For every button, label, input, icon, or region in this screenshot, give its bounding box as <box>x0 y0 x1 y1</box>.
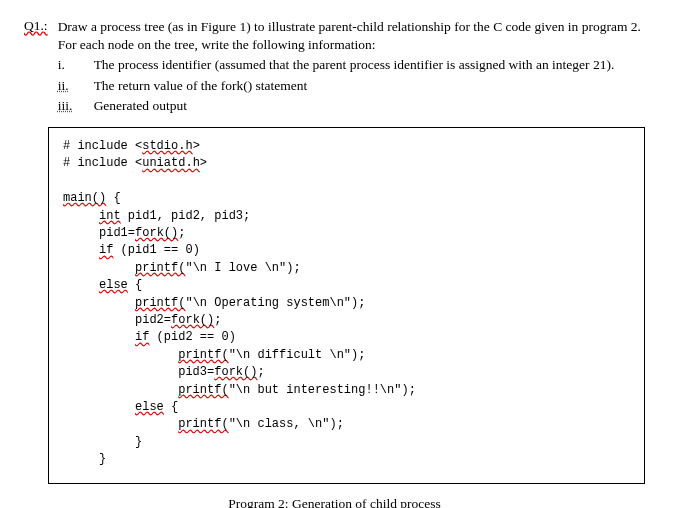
list-item: iii. Generated output <box>58 97 645 115</box>
code-block: # include <stdio.h> # include <uniatd.h>… <box>48 127 645 483</box>
code-line: pid3=fork(); <box>63 365 265 379</box>
code-line: # include <uniatd.h> <box>63 156 207 170</box>
question-text: Draw a process tree (as in Figure 1) to … <box>58 19 641 52</box>
code-line: main() { <box>63 191 121 205</box>
item-text: The process identifier (assumed that the… <box>94 56 615 74</box>
bullet: i. <box>58 56 94 74</box>
item-text: Generated output <box>94 97 187 115</box>
question-label: Q1.: <box>24 18 48 34</box>
bullet: ii. <box>58 77 94 95</box>
code-line: if (pid2 == 0) <box>63 330 236 344</box>
list-item: i. The process identifier (assumed that … <box>58 56 645 74</box>
code-line: pid1=fork(); <box>63 226 185 240</box>
code-line: else { <box>63 400 178 414</box>
code-line: printf("\n difficult \n"); <box>63 348 365 362</box>
bullet: iii. <box>58 97 94 115</box>
code-line: if (pid1 == 0) <box>63 243 200 257</box>
list-item: ii. The return value of the fork() state… <box>58 77 645 95</box>
code-line: printf("\n I love \n"); <box>63 261 301 275</box>
code-line: printf("\n class, \n"); <box>63 417 344 431</box>
code-line: } <box>63 435 142 449</box>
question-block: Q1.: Draw a process tree (as in Figure 1… <box>24 18 645 115</box>
question-body: Draw a process tree (as in Figure 1) to … <box>58 18 645 115</box>
code-line: int pid1, pid2, pid3; <box>63 209 250 223</box>
code-line: # include <stdio.h> <box>63 139 200 153</box>
code-caption: Program 2: Generation of child process <box>24 496 645 508</box>
code-line: pid2=fork(); <box>63 313 221 327</box>
question-sublist: i. The process identifier (assumed that … <box>58 56 645 115</box>
item-text: The return value of the fork() statement <box>94 77 308 95</box>
code-line: printf("\n but interesting!!\n"); <box>63 383 416 397</box>
code-line: } <box>63 452 106 466</box>
code-line: else { <box>63 278 142 292</box>
code-line: printf("\n Operating system\n"); <box>63 296 365 310</box>
